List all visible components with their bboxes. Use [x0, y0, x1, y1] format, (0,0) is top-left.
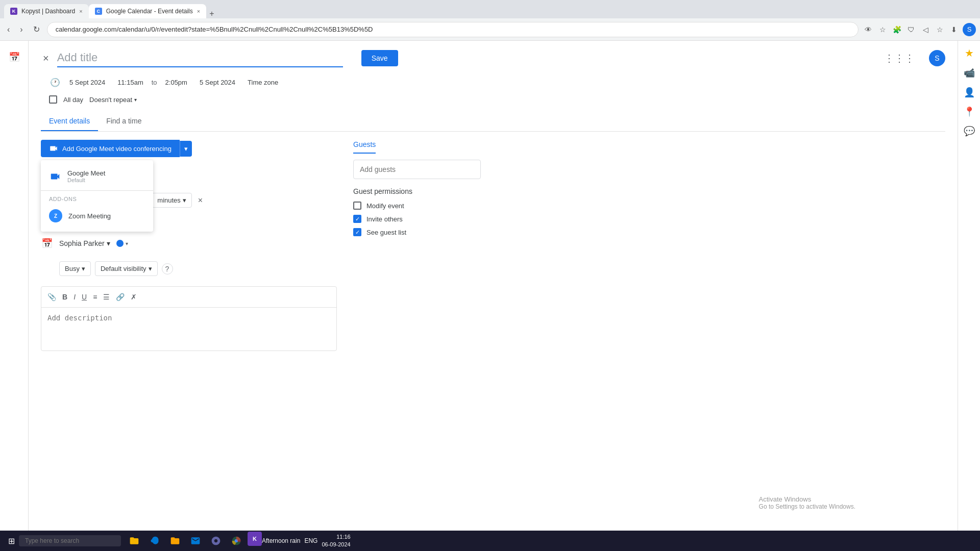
right-chat-icon[interactable]: 💬	[964, 126, 975, 137]
details-section: Add Google Meet video conferencing ▾	[41, 140, 945, 359]
taskbar-file-explorer-icon[interactable]	[125, 532, 143, 550]
calendar-name-button[interactable]: Sophia Parker ▾	[59, 239, 110, 247]
apps-icon[interactable]: ⋮⋮⋮	[884, 52, 915, 64]
visibility-chevron-icon: ▾	[149, 265, 152, 272]
visibility-button[interactable]: Default visibility ▾	[95, 261, 158, 276]
modify-event-row: Modify event	[353, 202, 481, 210]
notification-remove-button[interactable]: ×	[198, 196, 203, 205]
start-button[interactable]: ⊞	[4, 534, 19, 548]
tab-calendar[interactable]: C Google Calendar - Event details ×	[89, 4, 207, 18]
add-guests-input[interactable]	[353, 160, 481, 179]
taskbar-search-input[interactable]	[19, 535, 121, 546]
remove-format-icon[interactable]: ✗	[129, 291, 139, 303]
tab-find-a-time[interactable]: Find a time	[98, 112, 150, 131]
sidebar-calendar-icon[interactable]: 📅	[4, 47, 24, 67]
user-avatar[interactable]: S	[929, 50, 945, 66]
end-date-button[interactable]: 5 Sept 2024	[195, 76, 239, 89]
see-guest-list-checkbox[interactable]: ✓	[353, 228, 361, 236]
forward-button[interactable]: ›	[17, 23, 26, 36]
profile-avatar[interactable]: S	[963, 23, 976, 36]
tab-bar: K Kopyst | Dashboard × C Google Calendar…	[4, 0, 217, 18]
color-picker-button[interactable]: ▾	[116, 240, 128, 247]
taskbar-files-icon[interactable]	[166, 532, 184, 550]
allday-row: All day Doesn't repeat ▾	[41, 95, 945, 104]
tab-event-details[interactable]: Event details	[41, 112, 98, 131]
busy-status-button[interactable]: Busy ▾	[59, 261, 91, 276]
download-icon[interactable]: ⬇	[948, 24, 960, 35]
taskbar-app-icons: K	[125, 532, 262, 550]
star-icon[interactable]: ☆	[877, 24, 888, 35]
right-maps-icon[interactable]: 📍	[964, 106, 975, 117]
shield-icon[interactable]: 🛡	[905, 24, 917, 35]
close-event-button[interactable]: ×	[41, 51, 51, 66]
event-tabs: Event details Find a time	[41, 112, 945, 132]
repeat-label: Doesn't repeat	[89, 96, 132, 104]
taskbar-teams-icon[interactable]	[207, 532, 225, 550]
invite-others-label: Invite others	[366, 215, 403, 223]
all-day-checkbox[interactable]	[49, 95, 57, 104]
guests-section: Guests Guest permissions Modify event ✓ …	[353, 140, 481, 359]
timezone-button[interactable]: Time zone	[243, 76, 282, 89]
address-input[interactable]	[47, 22, 859, 37]
left-sidebar: 📅	[0, 41, 29, 551]
eye-icon[interactable]: 👁	[863, 24, 874, 35]
modify-event-checkbox[interactable]	[353, 202, 361, 210]
browser-chrome: K Kopyst | Dashboard × C Google Calendar…	[0, 0, 980, 18]
color-dot	[116, 240, 124, 247]
italic-icon[interactable]: I	[71, 291, 78, 303]
lang-label: ENG	[304, 537, 317, 544]
help-button[interactable]: ?	[162, 263, 173, 274]
right-calendar-icon[interactable]: ★	[965, 47, 974, 59]
invite-others-checkbox[interactable]: ✓	[353, 215, 361, 223]
save-button[interactable]: Save	[361, 50, 398, 66]
ordered-list-icon[interactable]: ≡	[91, 291, 99, 303]
address-bar-row: ‹ › ↻ 👁 ☆ 🧩 🛡 ◁ ☆ ⬇ S	[0, 18, 980, 41]
tab-kopyst[interactable]: K Kopyst | Dashboard ×	[4, 4, 89, 18]
repeat-button[interactable]: Doesn't repeat ▾	[89, 96, 137, 104]
notification-unit-button[interactable]: minutes ▾	[152, 193, 192, 208]
extensions-icon[interactable]: 🧩	[891, 24, 902, 35]
google-meet-option[interactable]: Google Meet Default	[41, 164, 153, 188]
add-meet-button[interactable]: Add Google Meet video conferencing	[41, 140, 180, 157]
conferencing-dropdown: Google Meet Default ADD-ONS Z Zoom Meeti…	[41, 160, 153, 232]
start-date-button[interactable]: 5 Sept 2024	[65, 76, 109, 89]
right-tasks-icon[interactable]: 👤	[964, 87, 975, 98]
color-chevron-icon: ▾	[126, 241, 128, 246]
notification-unit-label: minutes	[157, 196, 181, 204]
reload-button[interactable]: ↻	[30, 22, 43, 36]
kopyst-favicon: K	[10, 8, 17, 15]
taskbar: ⊞ K Afternoon rain ENG 11:16 06-09-2024	[0, 531, 980, 551]
bookmarks-icon[interactable]: ☆	[934, 24, 945, 35]
taskbar-time: 11:16	[322, 533, 350, 541]
new-tab-button[interactable]: +	[206, 9, 217, 18]
back-button[interactable]: ‹	[4, 23, 13, 36]
unordered-list-icon[interactable]: ☰	[101, 291, 112, 303]
weather-label: Afternoon rain	[262, 537, 300, 544]
invite-others-row: ✓ Invite others	[353, 215, 481, 223]
calendar-favicon: C	[95, 8, 102, 15]
link-icon[interactable]: 🔗	[114, 291, 127, 303]
tab-calendar-close[interactable]: ×	[197, 8, 200, 14]
underline-icon[interactable]: U	[80, 291, 89, 303]
taskbar-chrome-icon[interactable]	[227, 532, 246, 550]
taskbar-edge-icon[interactable]	[145, 532, 164, 550]
history-icon[interactable]: ◁	[920, 24, 931, 35]
start-time-button[interactable]: 11:15am	[113, 76, 148, 89]
see-guest-list-label: See guest list	[366, 229, 406, 236]
end-time-button[interactable]: 2:05pm	[161, 76, 191, 89]
zoom-option[interactable]: Z Zoom Meeting	[41, 204, 153, 228]
bold-icon[interactable]: B	[60, 291, 69, 303]
meet-dropdown-button[interactable]: ▾	[180, 141, 192, 157]
taskbar-mail-icon[interactable]	[186, 532, 205, 550]
description-input[interactable]	[41, 308, 336, 348]
busy-label: Busy	[65, 265, 80, 272]
tab-kopyst-close[interactable]: ×	[79, 8, 82, 14]
taskbar-kopyst-icon[interactable]: K	[248, 532, 262, 546]
attach-icon[interactable]: 📎	[45, 291, 58, 303]
all-day-label: All day	[63, 96, 83, 104]
addons-label: ADD-ONS	[41, 193, 153, 204]
visibility-label: Default visibility	[101, 265, 146, 272]
taskbar-sys-tray: Afternoon rain ENG 11:16 06-09-2024	[262, 533, 351, 549]
right-meet-icon[interactable]: 📹	[964, 67, 975, 79]
event-title-input[interactable]	[57, 49, 343, 67]
